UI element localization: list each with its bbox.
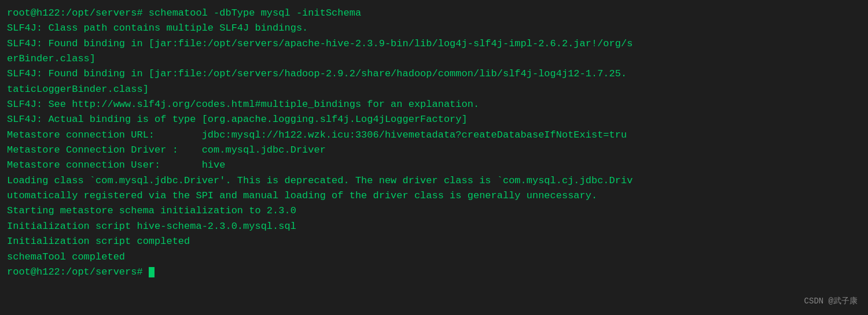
terminal-line: taticLoggerBinder.class] <box>7 82 861 97</box>
terminal-output: root@h122:/opt/servers# schematool -dbTy… <box>7 6 861 280</box>
terminal-line: schemaTool completed <box>7 250 861 265</box>
terminal-line: utomatically registered via the SPI and … <box>7 188 861 203</box>
terminal-line: SLF4J: Actual binding is of type [org.ap… <box>7 112 861 127</box>
terminal-line: Starting metastore schema initialization… <box>7 203 861 218</box>
terminal-line: Initialization script completed <box>7 234 861 249</box>
terminal-window: root@h122:/opt/servers# schematool -dbTy… <box>0 0 868 315</box>
terminal-line: Metastore connection User: hive <box>7 158 861 173</box>
terminal-line: Loading class `com.mysql.jdbc.Driver'. T… <box>7 173 861 188</box>
terminal-line: SLF4J: See http://www.slf4j.org/codes.ht… <box>7 97 861 112</box>
terminal-line: Metastore Connection Driver : com.mysql.… <box>7 143 861 158</box>
terminal-line: Initialization script hive-schema-2.3.0.… <box>7 219 861 234</box>
terminal-cursor <box>149 267 155 277</box>
terminal-line: root@h122:/opt/servers# <box>7 265 861 280</box>
terminal-line: SLF4J: Found binding in [jar:file:/opt/s… <box>7 66 861 81</box>
terminal-line: SLF4J: Class path contains multiple SLF4… <box>7 21 861 36</box>
watermark: CSDN @武子康 <box>804 295 858 308</box>
terminal-line: Metastore connection URL: jdbc:mysql://h… <box>7 128 861 143</box>
terminal-line: erBinder.class] <box>7 51 861 66</box>
terminal-line: SLF4J: Found binding in [jar:file:/opt/s… <box>7 36 861 51</box>
terminal-line: root@h122:/opt/servers# schematool -dbTy… <box>7 6 861 21</box>
